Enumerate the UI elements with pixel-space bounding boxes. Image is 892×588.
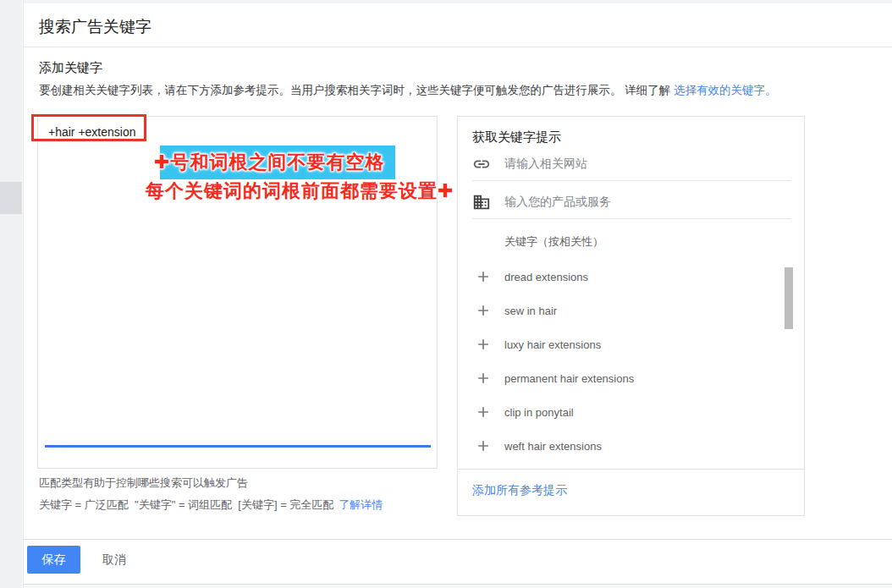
building-icon	[472, 193, 491, 212]
annotation-line2: 每个关键词的词根前面都需要设置✚	[146, 179, 454, 204]
suggestions-panel: 获取关键字提示 关键字（按相关性） dread extensions sew i…	[457, 116, 805, 516]
page-edge-sidebar	[0, 0, 22, 588]
keyword-label: dread extensions	[504, 271, 588, 283]
panel-left-border	[23, 0, 24, 588]
match-hint-line1: 匹配类型有助于控制哪些搜索可以触发广告	[39, 475, 248, 491]
plus-icon	[475, 336, 492, 353]
suggestions-title: 获取关键字提示	[472, 129, 561, 146]
keyword-suggestion-row[interactable]: sew in hair	[458, 294, 779, 327]
valid-keywords-link[interactable]: 选择有效的关键字。	[674, 84, 777, 96]
footer-divider	[24, 539, 892, 540]
keyword-label: permanent hair extensions	[504, 372, 634, 385]
header-bar: 搜索广告关键字	[24, 3, 892, 47]
suggestions-footer-divider	[458, 469, 804, 470]
annotation-line1: ✚号和词根之间不要有空格	[154, 150, 384, 175]
plus-icon	[475, 370, 492, 387]
match-hint-line2: 关键字 = 广泛匹配 "关键字" = 词组匹配 [关键字] = 完全匹配了解详情	[39, 497, 383, 513]
description-text: 要创建相关关键字列表，请在下方添加参考提示。当用户搜索相关字词时，这些关键字便可…	[39, 84, 674, 96]
product-input[interactable]	[504, 195, 784, 208]
keyword-suggestion-row[interactable]: weft hair extensions	[458, 429, 779, 463]
page-edge-highlight	[0, 182, 22, 214]
keyword-list-header: 关键字（按相关性）	[504, 234, 603, 250]
scrollbar-thumb[interactable]	[785, 267, 793, 329]
match-hint-text: 关键字 = 广泛匹配 "关键字" = 词组匹配 [关键字] = 完全匹配	[39, 498, 333, 511]
link-icon	[472, 155, 491, 173]
keyword-suggestion-row[interactable]: clip in ponytail	[458, 395, 779, 429]
learn-more-link[interactable]: 了解详情	[339, 498, 383, 511]
keyword-suggestion-row[interactable]: dread extensions	[458, 260, 779, 294]
product-input-underline	[472, 218, 791, 219]
add-all-suggestions-link[interactable]: 添加所有参考提示	[472, 483, 567, 498]
annotation-red-box	[31, 114, 146, 141]
save-button[interactable]: 保存	[27, 546, 80, 574]
section-heading: 添加关键字	[39, 60, 102, 76]
keyword-label: weft hair extensions	[504, 440, 602, 453]
page-title: 搜索广告关键字	[39, 16, 151, 38]
keyword-label: sew in hair	[504, 305, 557, 317]
website-input[interactable]	[504, 157, 784, 170]
keyword-suggestion-row[interactable]: permanent hair extensions	[458, 361, 779, 395]
cancel-button[interactable]: 取消	[102, 552, 126, 568]
page-bottom-strip	[24, 585, 892, 588]
plus-icon	[475, 268, 492, 285]
textarea-focus-underline	[45, 445, 431, 448]
website-input-underline	[472, 180, 791, 181]
keyword-suggestion-row[interactable]: luxy hair extensions	[458, 327, 779, 361]
keyword-label: luxy hair extensions	[504, 338, 601, 351]
keyword-label: clip in ponytail	[504, 406, 574, 419]
plus-icon	[475, 302, 492, 319]
section-description: 要创建相关关键字列表，请在下方添加参考提示。当用户搜索相关字词时，这些关键字便可…	[39, 83, 777, 98]
plus-icon	[475, 437, 492, 454]
plus-icon	[475, 404, 492, 420]
